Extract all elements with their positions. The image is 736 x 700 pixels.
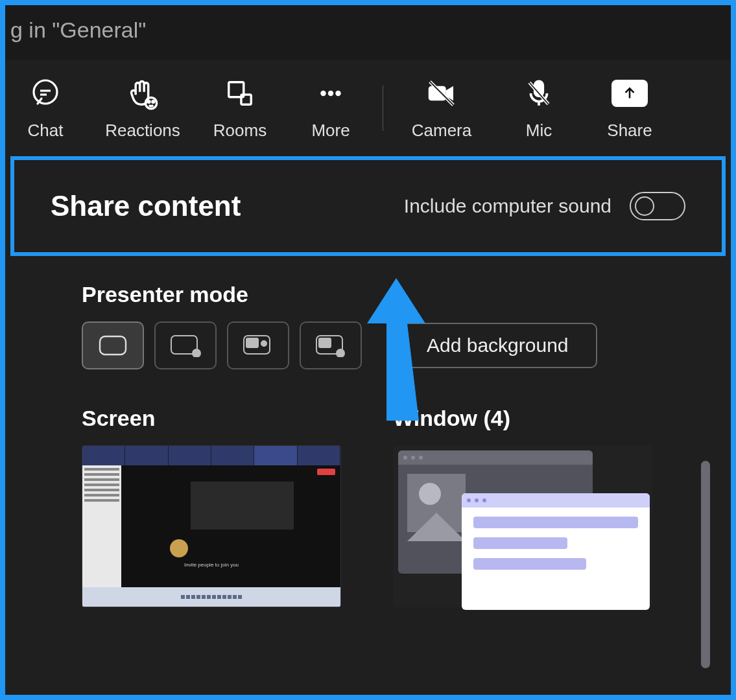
window-section-title: Window (4): [393, 406, 665, 431]
svg-point-23: [261, 341, 267, 346]
chat-button[interactable]: Chat: [0, 75, 91, 141]
reactions-label: Reactions: [105, 121, 180, 141]
include-sound-label: Include computer sound: [404, 195, 611, 217]
svg-point-26: [337, 349, 344, 357]
presenter-mode-content-only[interactable]: [82, 321, 144, 369]
svg-point-4: [148, 101, 150, 103]
more-label: More: [311, 121, 350, 141]
share-header-highlight: Share content Include computer sound: [10, 156, 726, 256]
presenter-mode-reporter[interactable]: [300, 321, 362, 369]
camera-button[interactable]: Camera: [390, 75, 493, 141]
window-title-text: g in "General": [10, 18, 146, 43]
more-button[interactable]: More: [285, 75, 376, 141]
mic-label: Mic: [526, 121, 552, 141]
panel-scrollbar[interactable]: [701, 461, 710, 668]
svg-point-5: [152, 101, 154, 103]
more-icon: [313, 75, 349, 111]
presenter-mode-standout[interactable]: [154, 321, 217, 369]
screen-section-title: Screen: [82, 406, 354, 431]
presenter-mode-row: Add background: [82, 321, 661, 369]
camera-label: Camera: [412, 121, 471, 141]
chat-icon: [27, 75, 64, 111]
share-content-title: Share content: [51, 190, 241, 222]
window-share-thumbnail[interactable]: [393, 445, 652, 607]
svg-point-0: [34, 80, 57, 104]
add-background-label: Add background: [427, 334, 569, 356]
camera-off-icon: [423, 75, 460, 111]
share-icon: [611, 75, 648, 111]
presenter-mode-title: Presenter mode: [82, 282, 661, 307]
window-title: g in "General": [0, 0, 736, 60]
screen-share-thumbnail[interactable]: Invite people to join you: [82, 445, 341, 607]
svg-point-9: [328, 91, 333, 96]
reactions-button[interactable]: Reactions: [91, 75, 195, 141]
rooms-label: Rooms: [213, 121, 267, 141]
share-button[interactable]: Share: [584, 75, 675, 141]
svg-rect-18: [100, 336, 126, 355]
mic-button[interactable]: Mic: [493, 75, 584, 141]
presenter-mode-side-by-side[interactable]: [227, 321, 289, 369]
meeting-toolbar: Chat Reactions Rooms More: [0, 60, 736, 151]
add-background-button[interactable]: Add background: [398, 323, 597, 368]
mic-off-icon: [521, 75, 557, 111]
svg-rect-22: [246, 338, 258, 347]
share-content-panel: Share content Include computer sound Pre…: [10, 156, 726, 607]
screen-thumb-caption: Invite people to join you: [82, 562, 340, 568]
raise-hand-icon: [125, 75, 161, 111]
svg-rect-25: [319, 338, 331, 347]
rooms-button[interactable]: Rooms: [195, 75, 285, 141]
rooms-icon: [222, 75, 258, 111]
share-label: Share: [607, 121, 652, 141]
background-avatar-edge: [5, 557, 31, 687]
svg-point-10: [335, 91, 340, 96]
include-sound-toggle[interactable]: [630, 192, 685, 220]
include-sound-row: Include computer sound: [404, 192, 685, 220]
chat-label: Chat: [28, 121, 64, 141]
svg-point-20: [193, 349, 200, 357]
toolbar-divider: [383, 86, 383, 131]
svg-point-8: [320, 91, 326, 96]
